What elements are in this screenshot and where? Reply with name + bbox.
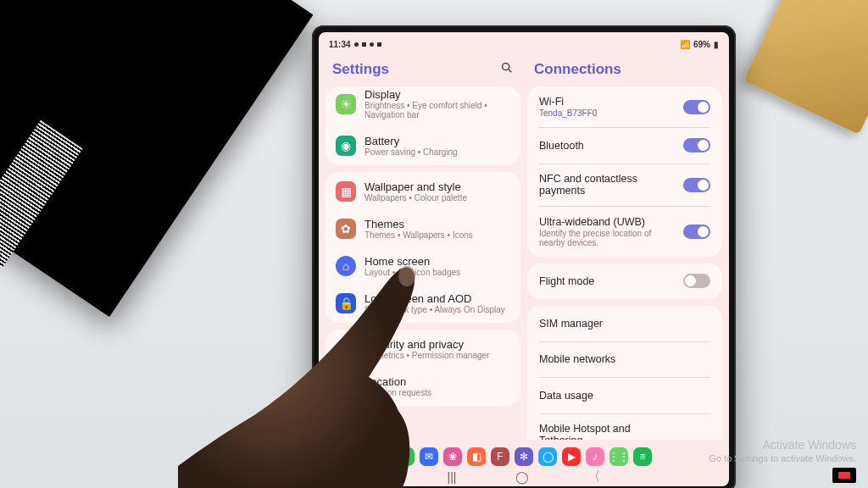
connections-item-title: Data usage bbox=[539, 390, 593, 402]
settings-item-battery[interactable]: ◉BatteryPower saving • Charging bbox=[326, 128, 520, 165]
status-time: 11:34 bbox=[329, 40, 351, 49]
dock: ✆✉❀◧F✻◯▶♪⋮⋮≡ bbox=[319, 443, 729, 468]
settings-item-title: Wallpaper and style bbox=[364, 180, 467, 193]
connections-item-mobile-networks[interactable]: Mobile networks bbox=[527, 341, 722, 377]
connections-item-flight-mode[interactable]: Flight mode bbox=[527, 263, 722, 299]
back-button[interactable]: 〈 bbox=[588, 469, 600, 485]
connections-item-data-usage[interactable]: Data usage bbox=[527, 378, 722, 413]
status-bar: 11:34 📶 69% ▮ bbox=[319, 32, 729, 56]
settings-item-display[interactable]: ☀DisplayBrightness • Eye comfort shield … bbox=[326, 86, 520, 128]
watermark-title: Activate Windows bbox=[709, 437, 856, 452]
windows-watermark: Activate Windows Go to Settings to activ… bbox=[709, 437, 856, 464]
connections-item-title: Mobile networks bbox=[539, 353, 615, 365]
connections-item-title: Bluetooth bbox=[539, 140, 584, 152]
connections-title: Connections bbox=[534, 61, 621, 78]
home-icon: ⌂ bbox=[336, 256, 356, 276]
settings-item-title: Lock screen and AOD bbox=[364, 292, 505, 305]
dock-music-icon[interactable]: ♪ bbox=[586, 447, 604, 466]
connections-item-nfc-and-contactless-payments[interactable]: NFC and contactless payments bbox=[527, 164, 722, 206]
settings-item-sub: Wallpapers • Colour palette bbox=[364, 193, 467, 202]
settings-item-sub: Power saving • Charging bbox=[364, 147, 458, 157]
connections-item-sim-manager[interactable]: SIM manager bbox=[527, 306, 722, 341]
dock-apps-icon[interactable]: ⋮⋮ bbox=[609, 447, 628, 466]
watermark-sub: Go to Settings to activate Windows. bbox=[709, 452, 856, 464]
connections-item-wi-fi[interactable]: Wi-FiTenda_B73FF0 bbox=[527, 86, 722, 127]
dock-messages-icon[interactable]: ✉ bbox=[420, 447, 438, 466]
settings-item-sub: Layout • App icon badges bbox=[364, 268, 460, 277]
dock-app1-icon[interactable]: ◧ bbox=[467, 447, 486, 466]
settings-item-lock-screen-and-aod[interactable]: 🔒Lock screen and AODScreen lock type • A… bbox=[326, 286, 520, 323]
settings-item-home-screen[interactable]: ⌂Home screenLayout • App icon badges bbox=[326, 248, 520, 286]
settings-item-title: Location bbox=[364, 375, 431, 388]
toggle-switch[interactable] bbox=[683, 225, 710, 239]
settings-group: ☀DisplayBrightness • Eye comfort shield … bbox=[326, 86, 520, 165]
connections-group: Flight mode bbox=[527, 263, 722, 299]
connections-item-title: Ultra-wideband (UWB) bbox=[539, 216, 675, 228]
connections-item-title: Wi-Fi bbox=[539, 96, 597, 108]
barcode bbox=[0, 120, 83, 268]
location-icon: 📍 bbox=[336, 376, 356, 396]
settings-item-sub: Location requests bbox=[364, 388, 431, 397]
settings-item-sub: Themes • Wallpapers • Icons bbox=[364, 230, 473, 240]
search-icon[interactable] bbox=[500, 61, 514, 78]
nav-bar: ||| ◯ 〈 bbox=[319, 468, 729, 486]
connections-group: SIM managerMobile networksData usageMobi… bbox=[527, 306, 722, 441]
dock-youtube-icon[interactable]: ▶ bbox=[562, 447, 581, 466]
battery-icon: ▮ bbox=[714, 40, 719, 49]
connections-item-mobile-hotspot-and-tethering[interactable]: Mobile Hotspot and Tethering bbox=[527, 413, 722, 440]
toggle-switch[interactable] bbox=[683, 178, 710, 192]
connections-item-title: Flight mode bbox=[539, 275, 594, 287]
toggle-switch[interactable] bbox=[683, 138, 710, 152]
toggle-switch[interactable] bbox=[683, 274, 710, 288]
battery-icon: ◉ bbox=[336, 136, 356, 156]
notif-icon bbox=[370, 42, 374, 47]
wallpaper-icon: ▦ bbox=[336, 181, 356, 202]
settings-item-title: Home screen bbox=[364, 255, 460, 268]
settings-item-title: Security and privacy bbox=[364, 338, 489, 351]
connections-item-sub: Identify the precise location of nearby … bbox=[539, 229, 675, 247]
display-icon: ☀ bbox=[336, 94, 356, 114]
connections-item-sub: Tenda_B73FF0 bbox=[539, 108, 597, 118]
settings-item-wallpaper-and-style[interactable]: ▦Wallpaper and styleWallpapers • Colour … bbox=[326, 172, 520, 211]
notif-icon bbox=[362, 42, 366, 47]
product-box: Galaxy Z Fold6 bbox=[0, 0, 313, 317]
connections-item-title: Mobile Hotspot and Tethering bbox=[539, 423, 675, 440]
connections-pane: Connections Wi-FiTenda_B73FF0BluetoothNF… bbox=[526, 56, 724, 440]
connections-item-ultra-wideband-uwb-[interactable]: Ultra-wideband (UWB)Identify the precise… bbox=[527, 207, 722, 257]
svg-line-1 bbox=[509, 69, 511, 72]
dock-settings-icon[interactable]: ✻ bbox=[515, 447, 533, 466]
settings-item-location[interactable]: 📍LocationLocation requests bbox=[326, 369, 520, 406]
notif-icon bbox=[377, 42, 381, 47]
scene: Galaxy Z Fold6 11:34 📶 69% ▮ bbox=[0, 0, 868, 488]
settings-item-title: Themes bbox=[364, 218, 473, 230]
home-button[interactable]: ◯ bbox=[515, 470, 529, 484]
settings-item-security-and-privacy[interactable]: 🛡Security and privacyBiometrics • Permis… bbox=[326, 330, 520, 369]
dock-spotify-icon[interactable]: ≡ bbox=[633, 447, 652, 466]
themes-icon: ✿ bbox=[336, 219, 356, 239]
security-icon: 🛡 bbox=[336, 339, 356, 359]
settings-group: 🛡Security and privacyBiometrics • Permis… bbox=[326, 330, 520, 406]
settings-item-title: Display bbox=[364, 88, 510, 101]
dock-app2-icon[interactable]: F bbox=[491, 447, 509, 466]
toggle-switch[interactable] bbox=[683, 100, 710, 114]
connections-group: Wi-FiTenda_B73FF0BluetoothNFC and contac… bbox=[527, 86, 722, 257]
connections-item-title: NFC and contactless payments bbox=[539, 173, 675, 197]
dock-phone-icon[interactable]: ✆ bbox=[396, 447, 415, 466]
dock-store-icon[interactable]: ◯ bbox=[538, 447, 557, 466]
settings-title: Settings bbox=[332, 61, 389, 78]
notif-icon bbox=[354, 42, 359, 47]
svg-point-0 bbox=[503, 64, 509, 70]
connections-item-title: SIM manager bbox=[539, 318, 603, 330]
settings-item-sub: Biometrics • Permission manager bbox=[364, 351, 489, 360]
screen: 11:34 📶 69% ▮ Settings bbox=[319, 32, 729, 486]
recents-button[interactable]: ||| bbox=[448, 470, 457, 484]
settings-item-themes[interactable]: ✿ThemesThemes • Wallpapers • Icons bbox=[326, 211, 520, 248]
tablet-device: 11:34 📶 69% ▮ Settings bbox=[312, 25, 736, 488]
battery-label: 69% bbox=[693, 40, 710, 49]
settings-item-sub: Screen lock type • Always On Display bbox=[364, 305, 505, 314]
settings-item-sub: Brightness • Eye comfort shield • Naviga… bbox=[364, 101, 510, 119]
channel-logo bbox=[832, 468, 856, 483]
dock-gallery-icon[interactable]: ❀ bbox=[443, 447, 462, 466]
connections-item-bluetooth[interactable]: Bluetooth bbox=[527, 128, 722, 164]
lock-icon: 🔒 bbox=[336, 293, 356, 313]
